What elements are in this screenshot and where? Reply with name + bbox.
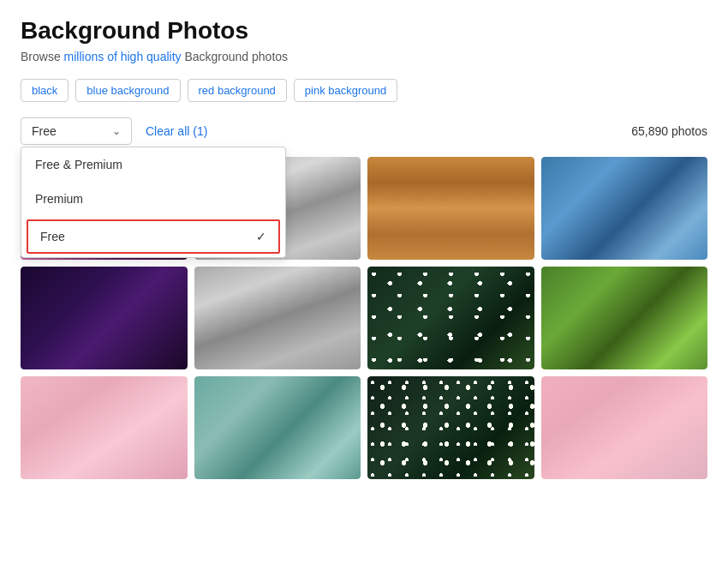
photo-item-7[interactable] [367,267,534,369]
subtitle: Browse millions of high quality Backgrou… [21,50,707,63]
photo-item-8[interactable] [541,267,708,369]
subtitle-highlight: millions of high quality [64,50,182,63]
tag-black[interactable]: black [21,79,69,102]
tag-pink-background[interactable]: pink background [294,79,397,102]
subtitle-start: Browse [21,50,64,63]
dropdown-option-free-premium-label: Free & Premium [35,158,122,171]
filter-dropdown-menu: Free & Premium Premium Free ✓ [21,147,286,258]
photo-item-5[interactable] [21,267,188,369]
filter-row: Free ⌄ Free & Premium Premium Free ✓ Cle… [21,117,707,145]
dropdown-option-premium-label: Premium [35,192,83,206]
photo-count: 65,890 photos [631,124,707,138]
filter-left: Free ⌄ Free & Premium Premium Free ✓ Cle… [21,117,207,145]
photo-item-11[interactable] [367,376,534,479]
filter-dropdown-wrapper: Free ⌄ Free & Premium Premium Free ✓ [21,117,132,145]
filter-dropdown-button[interactable]: Free ⌄ [21,117,132,145]
tag-red-background[interactable]: red background [188,79,287,102]
photo-count-value: 65,890 photos [631,124,707,138]
checkmark-icon: ✓ [256,230,266,243]
photo-item-10[interactable] [194,376,361,479]
tag-blue-background[interactable]: blue background [75,79,180,102]
dropdown-option-free-premium[interactable]: Free & Premium [21,147,285,182]
photo-item-4[interactable] [541,157,708,260]
photo-item-3[interactable] [367,157,534,260]
dropdown-option-free[interactable]: Free ✓ [27,219,280,254]
clear-all-button[interactable]: Clear all (1) [146,124,207,138]
page-title: Background Photos [21,17,707,45]
tag-row: black blue background red background pin… [21,79,707,102]
subtitle-end: Background photos [182,50,289,63]
filter-label: Free [32,124,57,138]
dropdown-option-premium[interactable]: Premium [21,182,285,216]
dropdown-option-free-label: Free [40,230,65,243]
chevron-down-icon: ⌄ [112,125,121,137]
photo-item-6[interactable] [194,267,361,369]
photo-item-9[interactable] [21,376,188,479]
photo-item-12[interactable] [541,376,708,479]
